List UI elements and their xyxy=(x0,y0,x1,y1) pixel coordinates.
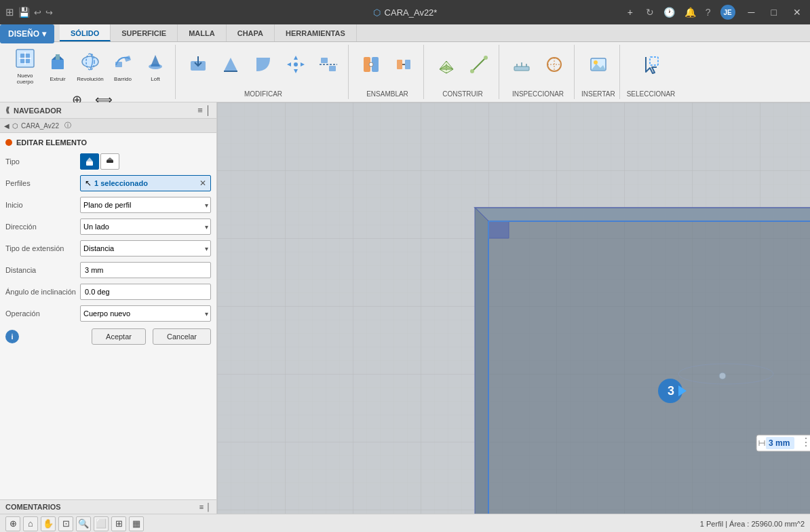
svg-rect-6 xyxy=(56,54,60,60)
svg-point-39 xyxy=(594,60,598,64)
visual-style-btn[interactable]: ▦ xyxy=(129,516,144,531)
breadcrumb-back-icon[interactable]: ◀ xyxy=(4,122,9,130)
ensamblar-btn2[interactable] xyxy=(388,48,419,86)
comments-pin-icon[interactable]: │ xyxy=(206,503,211,511)
new-tab-btn[interactable]: + xyxy=(624,5,636,19)
viewport-canvas: 3 Z X Y xyxy=(217,102,810,514)
close-btn[interactable]: ✕ xyxy=(790,5,805,19)
perfiles-value: 1 seleccionado xyxy=(94,179,148,187)
tab-solido[interactable]: SÓLIDO xyxy=(60,24,111,41)
zoom-fit-btn[interactable]: ⊡ xyxy=(58,516,73,531)
distancia-input[interactable] xyxy=(80,262,211,278)
undo-icon[interactable]: ↩ xyxy=(34,7,41,18)
loft-btn-label: Loft xyxy=(151,76,159,82)
tab-malla[interactable]: MALLA xyxy=(178,24,227,41)
comments-bar: COMENTARIOS ≡ │ xyxy=(0,499,216,514)
construir-btn1[interactable] xyxy=(431,48,462,86)
modificar-btn5[interactable] xyxy=(313,48,344,86)
tab-herramientas[interactable]: HERRAMIENTAS xyxy=(275,24,357,41)
app-grid-icon[interactable]: ⊞ xyxy=(5,6,14,18)
cancel-button[interactable]: Cancelar xyxy=(153,328,211,345)
modificar-btn2[interactable] xyxy=(215,48,246,86)
breadcrumb-info-icon[interactable]: ⓘ xyxy=(64,121,71,130)
grid-btn[interactable]: ⊞ xyxy=(111,516,126,531)
tab-chapa[interactable]: CHAPA xyxy=(227,24,275,41)
svg-rect-44 xyxy=(107,160,113,163)
svg-point-21 xyxy=(369,62,373,66)
barrido-btn[interactable]: Barrido xyxy=(107,48,138,86)
direccion-select[interactable]: Un lado xyxy=(80,218,211,235)
navigator-collapse-icon[interactable]: ⟪ xyxy=(5,106,9,115)
zoom-btn[interactable]: 🔍 xyxy=(76,516,91,531)
tab-superficie[interactable]: SUPERFICIE xyxy=(111,24,178,41)
perfiles-clear-btn[interactable]: ✕ xyxy=(199,178,206,188)
modificar-btn3[interactable] xyxy=(248,48,279,86)
svg-point-15 xyxy=(294,62,298,66)
svg-marker-51 xyxy=(475,208,488,514)
clock-icon[interactable]: 🕐 xyxy=(663,7,675,18)
display-mode-btn[interactable]: ⬜ xyxy=(94,516,109,531)
navigator-pin-icon[interactable]: │ xyxy=(206,105,211,115)
angulo-input[interactable] xyxy=(80,284,211,300)
angulo-row: Ángulo de inclinación xyxy=(5,284,211,300)
crear-nuevo-cuerpo-btn[interactable]: Nuevo cuerpo xyxy=(9,48,41,86)
mover-icon xyxy=(286,54,306,77)
tipo-btn-thin[interactable] xyxy=(100,153,119,170)
inspeccionar-btn2[interactable] xyxy=(539,48,570,86)
user-avatar[interactable]: JE xyxy=(720,5,735,20)
ribbon-group-crear: Nuevo cuerpo Extruir xyxy=(5,45,176,99)
ribbon: DISEÑO ▾ SÓLIDO SUPERFICIE MALLA CHAPA H… xyxy=(0,24,810,102)
pan-btn[interactable]: ✋ xyxy=(41,516,56,531)
save-icon[interactable]: 💾 xyxy=(18,7,30,18)
svg-rect-16 xyxy=(321,58,328,63)
modificar-group-label: MODIFICAR xyxy=(244,90,282,99)
rigidez-icon xyxy=(393,54,414,77)
operacion-select[interactable]: Cuerpo nuevo xyxy=(80,305,211,322)
comments-options-icon[interactable]: ≡ xyxy=(199,503,204,511)
snap-btn[interactable]: ⊕ xyxy=(5,516,20,531)
svg-rect-4 xyxy=(52,60,64,69)
seleccionar-btn1[interactable] xyxy=(635,48,666,86)
revolucion-icon xyxy=(80,52,100,75)
inspeccionar-btn1[interactable] xyxy=(506,48,537,86)
statusbar-left: ⊕ ⌂ ✋ ⊡ 🔍 ⬜ ⊞ ▦ xyxy=(5,516,144,531)
redo-icon[interactable]: ↪ xyxy=(45,7,53,18)
revolucion-btn[interactable]: Revolución xyxy=(75,48,106,86)
dim-label[interactable]: 3 mm ⋮ xyxy=(756,435,810,451)
modificar-btn1[interactable] xyxy=(182,48,214,86)
svg-marker-12 xyxy=(151,55,160,66)
bell-icon[interactable]: 🔔 xyxy=(684,7,696,18)
accept-button[interactable]: Aceptar xyxy=(92,328,146,345)
barrido-btn-label: Barrido xyxy=(114,76,132,82)
navigator-title: NAVEGADOR xyxy=(14,107,62,115)
refresh-icon[interactable]: ↻ xyxy=(646,7,654,18)
maximize-btn[interactable]: □ xyxy=(768,5,780,19)
design-label: DISEÑO xyxy=(8,29,39,39)
inicio-label: Inicio xyxy=(5,201,80,209)
perfiles-selection[interactable]: ↖ 1 seleccionado ✕ xyxy=(80,175,211,191)
navigator-options-icon[interactable]: ≡ xyxy=(197,105,203,115)
tipo-extension-select[interactable]: Distancia xyxy=(80,240,211,256)
breadcrumb-text: CARA_Av22 xyxy=(21,122,59,130)
loft-btn[interactable]: Loft xyxy=(140,48,171,86)
plano-icon xyxy=(436,54,457,77)
info-btn[interactable]: i xyxy=(5,330,19,343)
panel-dot xyxy=(5,139,12,146)
extruir-btn[interactable]: Extruir xyxy=(42,48,73,86)
svg-marker-53 xyxy=(488,221,509,238)
left-panel: ⟪ NAVEGADOR ≡ │ ◀ ⬡ CARA_Av22 ⓘ EDITAR E… xyxy=(0,102,217,514)
analisis-icon xyxy=(544,54,564,77)
medir-icon xyxy=(512,54,532,77)
design-dropdown[interactable]: DISEÑO ▾ xyxy=(0,24,54,43)
inicio-select[interactable]: Plano de perfil xyxy=(80,197,211,213)
minimize-btn[interactable]: ─ xyxy=(745,5,758,19)
ensamblar-btn1[interactable] xyxy=(355,48,387,86)
svg-rect-41 xyxy=(650,57,658,65)
viewport[interactable]: 3 Z X Y xyxy=(217,102,810,514)
modificar-btn4[interactable] xyxy=(280,48,311,86)
construir-btn2[interactable] xyxy=(463,48,495,86)
tipo-btn-extrude[interactable] xyxy=(80,153,99,170)
insertar-btn1[interactable] xyxy=(583,48,614,86)
help-icon[interactable]: ? xyxy=(706,7,711,18)
home-btn[interactable]: ⌂ xyxy=(23,516,38,531)
